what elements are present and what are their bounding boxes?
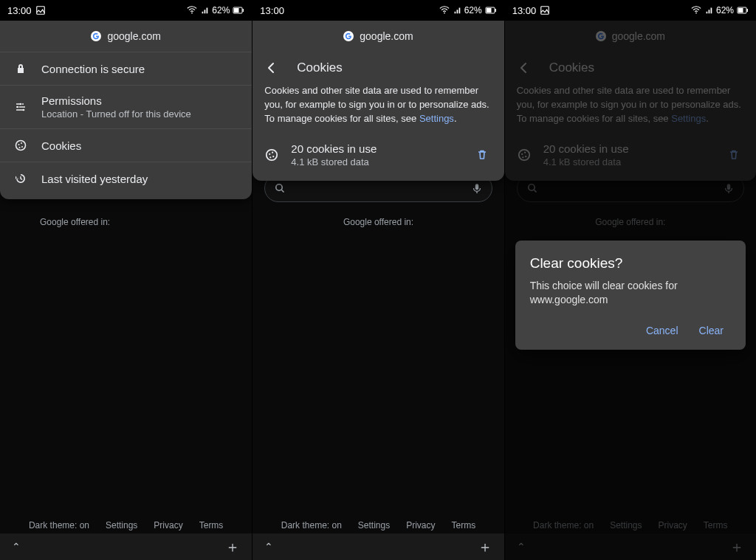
cancel-button[interactable]: Cancel bbox=[639, 317, 686, 344]
cookie-icon bbox=[517, 148, 532, 162]
site-header: google.com bbox=[505, 21, 756, 52]
offered-in-label: Google offered in: bbox=[0, 217, 252, 227]
expand-icon[interactable]: ⌃ bbox=[264, 541, 273, 553]
status-bar: 13:00 62% bbox=[505, 0, 756, 21]
offered-in-label: Google offered in: bbox=[252, 217, 504, 227]
settings-link[interactable]: Settings bbox=[671, 113, 706, 124]
site-domain: google.com bbox=[360, 30, 413, 42]
last-visited-label: Last visited yesterday bbox=[41, 173, 238, 185]
cookies-description: Cookies and other site data are used to … bbox=[505, 84, 756, 135]
signal-icon bbox=[704, 6, 713, 15]
cookies-row[interactable]: Cookies bbox=[0, 128, 252, 162]
site-header: google.com bbox=[0, 21, 252, 52]
footer-dark-theme[interactable]: Dark theme: on bbox=[533, 520, 594, 530]
expand-icon[interactable]: ⌃ bbox=[12, 541, 21, 553]
browser-bottom-bar: ⌃ ＋ bbox=[505, 533, 756, 560]
mic-icon[interactable] bbox=[471, 182, 483, 195]
site-domain: google.com bbox=[107, 30, 160, 42]
search-icon bbox=[274, 182, 286, 194]
cookie-icon bbox=[264, 148, 279, 162]
cookie-icon bbox=[13, 138, 28, 153]
clear-button[interactable]: Clear bbox=[692, 317, 731, 344]
dialog-title: Clear cookies? bbox=[530, 255, 731, 272]
back-button[interactable] bbox=[517, 61, 532, 75]
mic-icon[interactable] bbox=[723, 182, 735, 195]
expand-icon[interactable]: ⌃ bbox=[517, 541, 526, 553]
search-icon bbox=[526, 182, 538, 194]
connection-label: Connection is secure bbox=[41, 63, 238, 75]
delete-cookies-button[interactable] bbox=[472, 145, 492, 165]
cookies-header: Cookies bbox=[252, 52, 504, 84]
page-footer: Dark theme: on Settings Privacy Terms bbox=[0, 520, 252, 530]
browser-bottom-bar: ⌃ ＋ bbox=[0, 533, 252, 560]
connection-row[interactable]: Connection is secure bbox=[0, 52, 252, 85]
back-button[interactable] bbox=[264, 61, 279, 75]
page-footer: Dark theme: on Settings Privacy Terms bbox=[505, 520, 756, 530]
cookies-title: Cookies bbox=[297, 61, 342, 75]
cookies-sheet: google.com Cookies Cookies and other sit… bbox=[252, 21, 504, 181]
settings-link[interactable]: Settings bbox=[419, 113, 454, 124]
screen-cookies: 13:00 62% Google offered in: Dark theme:… bbox=[252, 0, 504, 560]
dialog-body: This choice will clear cookies for www.g… bbox=[530, 279, 731, 307]
history-icon bbox=[13, 171, 28, 186]
cookies-description: Cookies and other site data are used to … bbox=[252, 84, 504, 135]
footer-settings[interactable]: Settings bbox=[610, 520, 642, 530]
screen-clear-dialog: 13:00 62% Google offered in: Dark theme:… bbox=[504, 0, 756, 560]
footer-privacy[interactable]: Privacy bbox=[154, 520, 182, 530]
status-time: 13:00 bbox=[512, 5, 537, 16]
footer-terms[interactable]: Terms bbox=[704, 520, 728, 530]
site-info-sheet: google.com Connection is secure Permissi… bbox=[0, 21, 252, 199]
page-footer: Dark theme: on Settings Privacy Terms bbox=[252, 520, 504, 530]
google-favicon-icon bbox=[596, 31, 606, 41]
cookies-label: Cookies bbox=[41, 139, 238, 152]
new-tab-button[interactable]: ＋ bbox=[478, 537, 492, 557]
cookies-count: 20 cookies in use bbox=[543, 142, 712, 155]
footer-settings[interactable]: Settings bbox=[106, 520, 137, 530]
battery-icon bbox=[737, 5, 749, 15]
offered-in-label: Google offered in: bbox=[505, 217, 756, 227]
footer-terms[interactable]: Terms bbox=[452, 520, 476, 530]
footer-dark-theme[interactable]: Dark theme: on bbox=[29, 520, 89, 530]
last-visited-row[interactable]: Last visited yesterday bbox=[0, 162, 252, 199]
cookies-usage-row[interactable]: 20 cookies in use 4.1 kB stored data bbox=[505, 135, 756, 181]
google-favicon-icon bbox=[343, 31, 354, 41]
footer-privacy[interactable]: Privacy bbox=[406, 520, 435, 530]
permissions-subtitle: Location - Turned off for this device bbox=[41, 108, 238, 120]
footer-terms[interactable]: Terms bbox=[199, 520, 224, 530]
site-domain: google.com bbox=[612, 30, 665, 42]
cookies-header: Cookies bbox=[505, 52, 756, 84]
status-battery: 62% bbox=[716, 5, 734, 15]
picture-icon bbox=[540, 5, 550, 15]
cookies-sheet: google.com Cookies Cookies and other sit… bbox=[505, 21, 756, 181]
new-tab-button[interactable]: ＋ bbox=[729, 537, 744, 557]
footer-settings[interactable]: Settings bbox=[358, 520, 390, 530]
permissions-title: Permissions bbox=[41, 94, 238, 107]
clear-cookies-dialog: Clear cookies? This choice will clear co… bbox=[515, 241, 746, 350]
cookies-size: 4.1 kB stored data bbox=[543, 156, 712, 167]
cookies-usage-row[interactable]: 20 cookies in use 4.1 kB stored data bbox=[252, 135, 504, 181]
site-header: google.com bbox=[252, 21, 504, 52]
cookies-count: 20 cookies in use bbox=[291, 142, 459, 155]
google-favicon-icon bbox=[91, 31, 101, 41]
new-tab-button[interactable]: ＋ bbox=[225, 537, 240, 557]
lock-icon bbox=[13, 61, 28, 76]
screen-site-info: 13:00 62% Google offered in: Dark theme:… bbox=[0, 0, 252, 560]
permissions-row[interactable]: Permissions Location - Turned off for th… bbox=[0, 85, 252, 128]
wifi-icon bbox=[691, 5, 701, 15]
footer-dark-theme[interactable]: Dark theme: on bbox=[281, 520, 342, 530]
browser-bottom-bar: ⌃ ＋ bbox=[252, 533, 504, 560]
cookies-title: Cookies bbox=[549, 61, 594, 75]
sliders-icon bbox=[13, 100, 28, 114]
delete-cookies-button[interactable] bbox=[724, 145, 744, 165]
cookies-size: 4.1 kB stored data bbox=[291, 156, 459, 167]
footer-privacy[interactable]: Privacy bbox=[659, 520, 687, 530]
